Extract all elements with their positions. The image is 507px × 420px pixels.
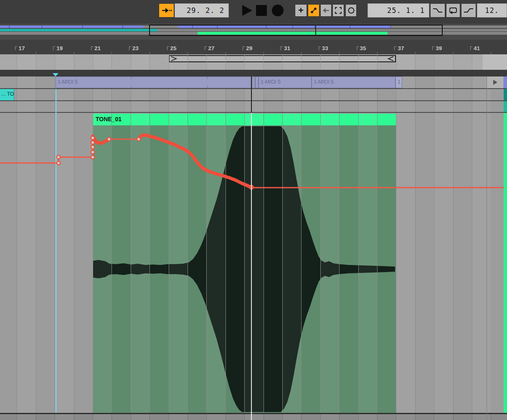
minor-bar-tick: [377, 52, 378, 54]
grid-shade: [93, 101, 112, 112]
grid-line: [377, 89, 378, 100]
play-icon: [240, 3, 254, 18]
track-lane-3[interactable]: [0, 101, 507, 112]
grid-shade: [472, 101, 491, 112]
grid-shade: [358, 101, 377, 112]
grid-line: [188, 101, 188, 112]
punch-out-button[interactable]: [461, 3, 476, 18]
playhead-upper: [251, 76, 252, 113]
grid-line: [74, 414, 74, 420]
grid-shade: [55, 113, 74, 413]
grid-shade: [55, 54, 74, 70]
grid-line: [74, 89, 74, 100]
plus-icon: +: [298, 6, 304, 15]
track-color-tab[interactable]: [504, 113, 507, 413]
grid-line: [377, 54, 378, 70]
insert-marker-icon: [53, 73, 58, 76]
overview-clip-segment: [0, 25, 143, 28]
grid-line: [150, 113, 150, 413]
loop-length-display[interactable]: 12.: [477, 3, 507, 18]
midi-clip[interactable]: 1: [395, 76, 402, 88]
track-lane-2[interactable]: ... TO: [0, 89, 507, 100]
grid-line: [453, 414, 454, 420]
grid-shade: [320, 101, 339, 112]
grid-shade: [396, 54, 415, 70]
midi-clip[interactable]: 1-MIDI 5: [56, 76, 251, 88]
capture-button[interactable]: [332, 4, 344, 17]
bar-tick: [394, 46, 396, 50]
bar-number: 39: [436, 45, 442, 51]
grid-shade: [17, 414, 35, 420]
re-enable-automation-button[interactable]: [320, 4, 332, 17]
track-lane-audio[interactable]: TONE_01: [0, 113, 507, 413]
arrangement-overview[interactable]: [0, 24, 507, 40]
track-fold-button[interactable]: [487, 76, 503, 88]
follow-button[interactable]: [159, 3, 174, 18]
arrangement-position-display[interactable]: 29. 2. 2: [175, 3, 229, 18]
track-lane-midi[interactable]: 1-MIDI 5111-MIDI 51-MIDI 51: [0, 76, 507, 88]
grid-shade: [17, 113, 35, 413]
grid-shade: [434, 54, 453, 70]
track-color-tab[interactable]: [504, 101, 507, 112]
beat-time-ruler[interactable]: 17192123252729313335373941: [0, 40, 507, 54]
play-button[interactable]: [240, 3, 254, 18]
punch-in-button[interactable]: [430, 3, 445, 18]
grid-shade: [206, 414, 225, 420]
midi-clip[interactable]: 1: [255, 76, 259, 88]
grid-line: [453, 54, 454, 70]
bar-number-label: 23: [129, 45, 139, 51]
grid-line: [36, 76, 36, 88]
grid-shade: [131, 101, 150, 112]
grid-line: [301, 101, 302, 112]
grid-line: [415, 89, 416, 100]
grid-shade: [434, 76, 453, 88]
grid-shade: [434, 89, 453, 100]
grid-shade: [396, 113, 415, 413]
automation-arm-button[interactable]: [308, 4, 319, 17]
session-record-button[interactable]: [345, 4, 357, 17]
grid-shade: [17, 101, 35, 112]
grid-shade: [17, 89, 35, 100]
track-color-tab[interactable]: [504, 89, 507, 100]
grid-shade: [206, 101, 225, 112]
stop-button[interactable]: [256, 5, 267, 16]
view-rectangle[interactable]: [149, 25, 443, 36]
grid-line: [36, 101, 36, 112]
record-button[interactable]: [272, 5, 284, 16]
bar-number: 37: [398, 45, 404, 51]
minor-bar-tick: [112, 52, 112, 54]
track-color-tab[interactable]: [504, 76, 507, 88]
grid-line: [226, 101, 226, 112]
grid-line: [150, 54, 150, 70]
scrub-area[interactable]: [0, 54, 507, 70]
bar-tick: [53, 46, 55, 50]
midi-clip[interactable]: 1-MIDI 5: [312, 76, 395, 88]
loop-button[interactable]: [446, 3, 460, 18]
clip-loop-notch: [131, 77, 132, 79]
grid-line: [377, 113, 378, 413]
grid-shade: [17, 76, 35, 88]
bar-number-label: 21: [91, 45, 101, 51]
grid-line: [36, 54, 36, 70]
grid-shade: [434, 113, 453, 413]
track-lane-partial[interactable]: [0, 414, 507, 420]
grid-shade: [358, 89, 377, 100]
right-column-divider: [487, 76, 487, 420]
grid-shade: [472, 414, 491, 420]
bar-number-label: 33: [319, 45, 328, 51]
midi-clip[interactable]: 1-MIDI 5: [259, 76, 312, 88]
grid-shade: [131, 89, 150, 100]
midi-clip[interactable]: 1: [252, 76, 255, 88]
re-enable-automation-icon: [322, 6, 330, 15]
bar-tick: [243, 46, 245, 50]
grid-line: [150, 414, 150, 420]
grid-shade: [93, 89, 112, 100]
minor-bar-tick: [226, 52, 226, 54]
clip-teal-truncated[interactable]: ... TO: [0, 89, 14, 100]
loop-start-display[interactable]: 25. 1. 1: [368, 3, 429, 18]
minor-bar-tick: [36, 52, 36, 54]
overdub-plus-button[interactable]: +: [295, 4, 307, 17]
bar-number-label: 41: [470, 45, 480, 51]
grid-line: [415, 101, 416, 112]
overview-playhead: [315, 25, 316, 36]
